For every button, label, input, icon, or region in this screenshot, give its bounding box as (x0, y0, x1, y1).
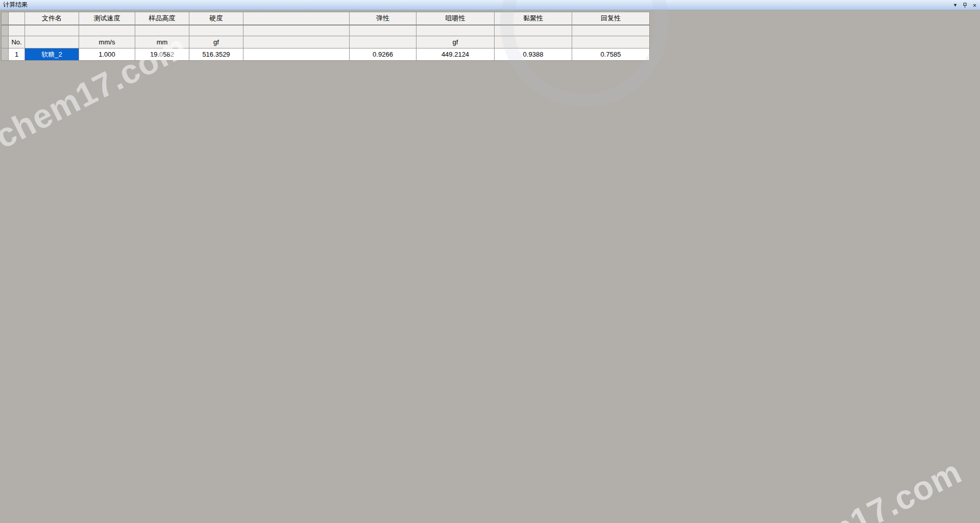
results-panel: 计算结果 ▼ × 文件名测试速度样品高度硬度弹性咀嚼性黏聚性回复性No.mm/s… (0, 0, 745, 82)
results-header-cell (243, 12, 350, 25)
row-selector-cell (2, 25, 9, 36)
results-empty-cell (243, 25, 350, 36)
results-selected-cell[interactable]: 软糖_2 (25, 48, 79, 61)
results-unit-cell: gf (189, 36, 243, 48)
results-empty-cell (572, 25, 650, 36)
results-header-cell: 硬度 (189, 12, 243, 25)
results-empty-cell (495, 25, 572, 36)
results-unit-cell (243, 36, 350, 48)
results-data-cell[interactable]: 0.7585 (572, 48, 650, 61)
results-unit-cell: mm (135, 36, 189, 48)
results-data-cell[interactable]: 1 (9, 48, 25, 61)
results-header-cell: 回复性 (572, 12, 650, 25)
results-empty-cell (416, 25, 495, 36)
results-header-cell: 样品高度 (135, 12, 189, 25)
results-data-cell[interactable]: 0.9388 (495, 48, 572, 61)
results-empty-cell (9, 25, 25, 36)
row-selector-cell[interactable] (2, 48, 9, 61)
results-empty-cell (79, 25, 135, 36)
results-data-cell[interactable]: 0.9266 (350, 48, 416, 61)
results-unit-cell: No. (9, 36, 25, 48)
results-unit-cell (350, 36, 416, 48)
results-empty-cell (350, 25, 416, 36)
results-header-cell: 测试速度 (79, 12, 135, 25)
results-data-cell[interactable]: 516.3529 (189, 48, 243, 61)
panel-close-button[interactable]: × (971, 2, 978, 9)
app-window: Innovation - Untitled × 文件编辑查看测试资料硬体工具说明… (0, 0, 980, 523)
results-header-cell: 弹性 (350, 12, 416, 25)
results-data-cell[interactable]: 449.2124 (416, 48, 495, 61)
results-table: 文件名测试速度样品高度硬度弹性咀嚼性黏聚性回复性No.mm/smmgfgf1软糖… (1, 12, 650, 61)
results-unit-cell (25, 36, 79, 48)
results-header-cell: 黏聚性 (495, 12, 572, 25)
results-data-cell[interactable]: 19.0582 (135, 48, 189, 61)
results-unit-cell: mm/s (79, 36, 135, 48)
results-header: 计算结果 ▼ × (0, 0, 980, 10)
results-header-cell: 咀嚼性 (416, 12, 495, 25)
panel-pin-button[interactable] (961, 2, 969, 9)
results-empty-cell (25, 25, 79, 36)
results-data-cell[interactable]: 1.000 (79, 48, 135, 61)
panel-menu-button[interactable]: ▼ (951, 2, 959, 9)
results-unit-cell: gf (416, 36, 495, 48)
results-header-cell: 文件名 (25, 12, 79, 25)
results-header-cell (9, 12, 25, 25)
row-selector-cell (2, 12, 9, 25)
panel-title: 计算结果 (3, 1, 28, 9)
results-unit-cell (572, 36, 650, 48)
results-unit-cell (495, 36, 572, 48)
results-empty-cell (135, 25, 189, 36)
results-empty-cell (189, 25, 243, 36)
row-selector-cell (2, 36, 9, 48)
results-data-cell[interactable] (243, 48, 350, 61)
